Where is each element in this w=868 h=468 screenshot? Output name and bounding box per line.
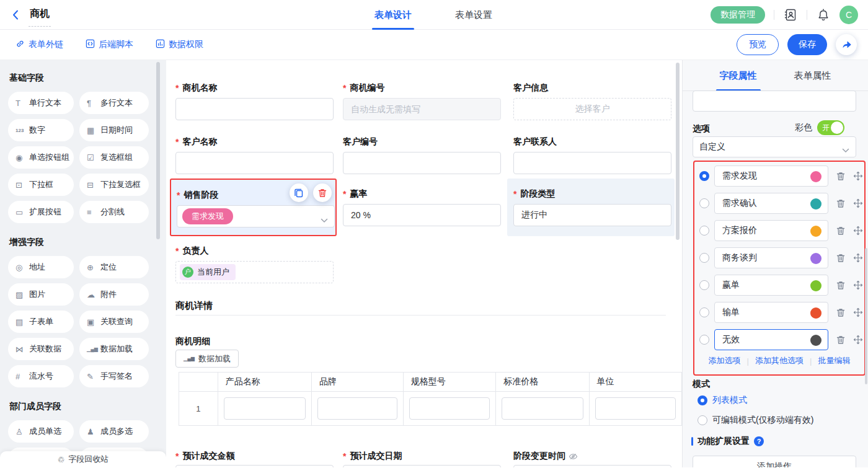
- field-sales-stage-selected[interactable]: *销售阶段 需求发现: [170, 179, 337, 236]
- delete-option-icon[interactable]: [836, 335, 846, 345]
- field-pill-分割线[interactable]: ≡分割线: [79, 201, 149, 223]
- field-stage-type[interactable]: *阶段类型: [513, 188, 671, 226]
- field-pill-单选按钮组[interactable]: ◉单选按钮组: [8, 146, 74, 169]
- owner-selector[interactable]: 户 当前用户: [175, 261, 334, 283]
- move-option-icon[interactable]: [853, 335, 863, 345]
- option-link-2[interactable]: 批量编辑: [818, 355, 850, 366]
- option-radio[interactable]: [699, 335, 709, 345]
- field-pill-扩展按钮[interactable]: ▭扩展按钮: [8, 201, 74, 223]
- share-button[interactable]: [836, 34, 857, 55]
- move-option-icon[interactable]: [853, 253, 863, 263]
- form-title[interactable]: 商机: [30, 7, 50, 22]
- field-owner[interactable]: *负责人 户 当前用户: [175, 245, 334, 283]
- field-customer-name[interactable]: *客户名称: [175, 136, 334, 174]
- tab-form-settings[interactable]: 表单设置: [455, 0, 492, 30]
- field-pill-子表单[interactable]: ▤子表单: [8, 311, 74, 333]
- option-color-dot[interactable]: [810, 307, 822, 319]
- canvas-scrollbar[interactable]: [676, 63, 680, 240]
- option-label-input[interactable]: 方案报价: [714, 220, 828, 241]
- field-pill-地址[interactable]: ◎地址: [8, 256, 74, 278]
- delete-option-icon[interactable]: [836, 198, 846, 208]
- panel-scrollbar[interactable]: [865, 248, 867, 384]
- subtable-cell-input[interactable]: [409, 397, 490, 420]
- mode-option[interactable]: 列表模式: [693, 395, 813, 406]
- option-radio[interactable]: [699, 280, 709, 290]
- field-pill-下拉框[interactable]: ⊡下拉框: [8, 174, 74, 196]
- mode-option[interactable]: 可编辑模式(仅移动端有效): [693, 415, 813, 426]
- option-color-dot[interactable]: [810, 171, 822, 182]
- option-label-input[interactable]: 需求确认: [714, 193, 828, 214]
- move-option-icon[interactable]: [853, 198, 863, 208]
- field-pill-数字[interactable]: 123数字: [8, 119, 74, 141]
- option-radio[interactable]: [699, 253, 709, 263]
- save-button[interactable]: 保存: [787, 34, 827, 55]
- help-icon[interactable]: ?: [754, 436, 764, 446]
- delete-option-icon[interactable]: [836, 171, 846, 181]
- move-option-icon[interactable]: [853, 307, 863, 317]
- move-option-icon[interactable]: [853, 280, 863, 290]
- option-label-input[interactable]: 无效: [714, 329, 828, 350]
- delete-option-icon[interactable]: [836, 226, 846, 236]
- expected-date-input[interactable]: [343, 465, 501, 467]
- add-action-button[interactable]: 添加操作: [693, 456, 856, 467]
- field-pill-日期时间[interactable]: ▦日期时间: [79, 119, 149, 141]
- sidebar-scrollbar[interactable]: [156, 62, 160, 239]
- toolbar-link-1[interactable]: 后端脚本: [86, 39, 133, 50]
- option-color-dot[interactable]: [810, 198, 822, 210]
- contact-book-icon[interactable]: [783, 7, 798, 22]
- mode-radio[interactable]: [698, 395, 707, 405]
- option-link-0[interactable]: 添加选项: [709, 355, 741, 366]
- field-pill-成员单选[interactable]: ♙成员单选: [8, 420, 74, 443]
- field-pill-下拉复选框[interactable]: ⊟下拉复选框: [79, 174, 149, 196]
- win-rate-input[interactable]: [343, 204, 501, 226]
- field-pill-手写签名[interactable]: ✎手写签名: [79, 365, 149, 387]
- option-label-input[interactable]: 输单: [714, 302, 828, 323]
- field-recycle-bin[interactable]: ♲ 字段回收站: [0, 451, 166, 467]
- move-option-icon[interactable]: [853, 171, 863, 181]
- option-link-1[interactable]: 添加其他选项: [755, 355, 804, 366]
- option-source-select[interactable]: 自定义: [693, 136, 856, 157]
- option-color-dot[interactable]: [810, 253, 822, 264]
- field-expected-amount[interactable]: *预计成交金额: [175, 451, 334, 467]
- customer-no-input[interactable]: [343, 152, 501, 174]
- field-pill-数据加载[interactable]: ▁▄▆数据加载: [79, 338, 149, 360]
- field-customer-info[interactable]: 客户信息 选择客户: [513, 82, 671, 120]
- stage-change-time-input[interactable]: [513, 465, 671, 467]
- field-customer-no[interactable]: 客户编号: [343, 136, 501, 174]
- field-pill-图片[interactable]: ▨图片: [8, 283, 74, 306]
- opp-no-input[interactable]: [343, 98, 501, 120]
- panel-tab-form-props[interactable]: 表单属性: [794, 60, 831, 91]
- field-pill-流水号[interactable]: #流水号: [8, 365, 74, 387]
- field-pill-关联查询[interactable]: ▣关联查询: [79, 311, 149, 333]
- option-color-dot[interactable]: [810, 226, 822, 237]
- subtable-cell-input[interactable]: [317, 397, 397, 420]
- select-customer-button[interactable]: 选择客户: [513, 98, 671, 120]
- field-stage-type-block[interactable]: *阶段类型: [507, 179, 675, 236]
- option-color-dot[interactable]: [810, 280, 822, 291]
- option-label-input[interactable]: 赢单: [714, 275, 828, 296]
- notification-bell-icon[interactable]: [816, 7, 831, 22]
- delete-option-icon[interactable]: [836, 253, 846, 263]
- mode-radio[interactable]: [698, 415, 707, 425]
- option-label-input[interactable]: 需求发现: [714, 166, 828, 187]
- customer-contact-input[interactable]: [513, 152, 671, 174]
- delete-field-button[interactable]: [313, 183, 332, 202]
- toolbar-link-2[interactable]: 数据权限: [156, 39, 203, 50]
- delete-option-icon[interactable]: [836, 307, 846, 317]
- field-pill-关联数据[interactable]: ⋈关联数据: [8, 338, 74, 360]
- field-opp-name[interactable]: *商机名称: [175, 82, 334, 120]
- form-canvas[interactable]: *商机名称 *商机编号 客户信息 选择客户 *客户名称 客户编号 客户联系人: [166, 60, 682, 467]
- field-pill-附件[interactable]: ☁附件: [79, 283, 149, 306]
- option-radio[interactable]: [699, 307, 709, 317]
- data-manage-button[interactable]: 数据管理: [711, 6, 765, 24]
- field-pill-定位[interactable]: ⊕定位: [79, 256, 149, 278]
- option-label-input[interactable]: 商务谈判: [714, 247, 828, 268]
- sales-stage-select[interactable]: 需求发现: [177, 205, 335, 227]
- option-radio[interactable]: [699, 226, 709, 236]
- subtable-cell-input[interactable]: [224, 397, 306, 420]
- toolbar-link-0[interactable]: 表单外链: [16, 39, 63, 50]
- option-radio[interactable]: [699, 171, 709, 181]
- subtable-cell-input[interactable]: [502, 397, 583, 420]
- field-customer-contact[interactable]: 客户联系人: [513, 136, 671, 174]
- delete-option-icon[interactable]: [836, 280, 846, 290]
